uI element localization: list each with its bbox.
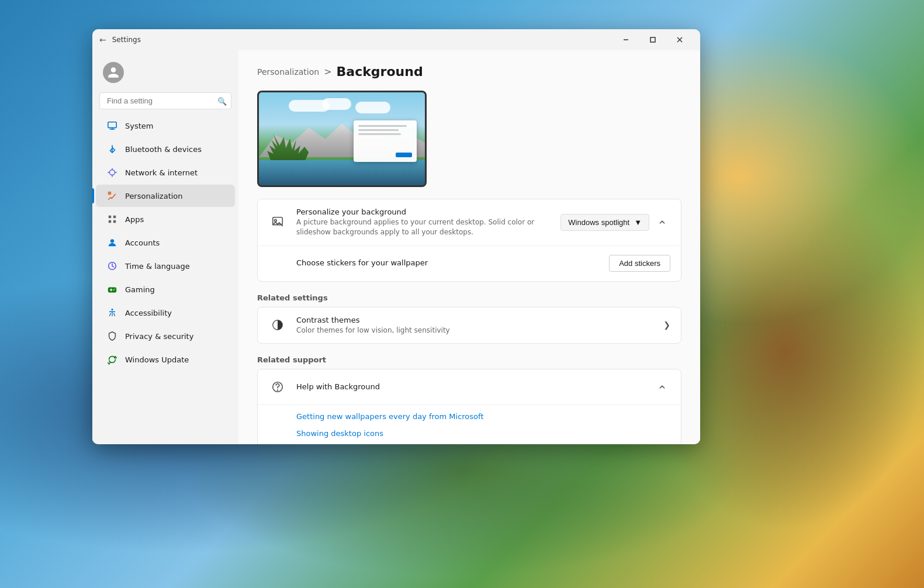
help-bg-collapse-button[interactable] bbox=[654, 379, 670, 395]
svg-point-15 bbox=[111, 309, 113, 310]
contrast-themes-title: Contrast themes bbox=[296, 316, 654, 324]
titlebar-title: Settings bbox=[112, 36, 141, 44]
window-body: 🔍 System Bluetooth & devices Network bbox=[92, 50, 700, 444]
sidebar-item-accessibility[interactable]: Accessibility bbox=[96, 302, 235, 324]
sidebar-item-bluetooth[interactable]: Bluetooth & devices bbox=[96, 138, 235, 160]
svg-point-17 bbox=[275, 220, 277, 222]
contrast-themes-control: ❯ bbox=[663, 320, 670, 330]
sidebar-item-privacy-label: Privacy & security bbox=[125, 332, 193, 341]
personalize-bg-collapse-button[interactable] bbox=[654, 214, 670, 230]
contrast-themes-row[interactable]: Contrast themes Color themes for low vis… bbox=[258, 307, 681, 344]
search-icon: 🔍 bbox=[217, 96, 227, 105]
network-icon bbox=[106, 167, 118, 178]
related-settings-card: Contrast themes Color themes for low vis… bbox=[257, 307, 681, 344]
bluetooth-icon bbox=[106, 143, 118, 155]
background-type-value: Windows spotlight bbox=[568, 218, 629, 227]
stickers-content: Choose stickers for your wallpaper bbox=[296, 258, 600, 268]
close-button[interactable] bbox=[666, 29, 693, 50]
minimize-button[interactable] bbox=[612, 29, 639, 50]
breadcrumb-parent[interactable]: Personalization bbox=[257, 67, 319, 77]
apps-icon bbox=[106, 213, 118, 225]
support-link-2[interactable]: Showing desktop icons bbox=[296, 427, 670, 440]
sidebar-item-update[interactable]: Windows Update bbox=[96, 348, 235, 371]
sidebar-item-personalization[interactable]: Personalization bbox=[96, 185, 235, 207]
cloud-2 bbox=[322, 98, 351, 110]
sidebar-item-network-label: Network & internet bbox=[125, 168, 198, 177]
support-link-3[interactable]: Finding new themes bbox=[296, 444, 670, 444]
avatar bbox=[103, 62, 124, 83]
sidebar-item-network[interactable]: Network & internet bbox=[96, 161, 235, 184]
svg-rect-9 bbox=[113, 220, 116, 223]
personalize-bg-desc: A picture background applies to your cur… bbox=[296, 217, 551, 237]
maximize-button[interactable] bbox=[639, 29, 666, 50]
preview-water bbox=[259, 160, 425, 185]
sidebar-item-time-label: Time & language bbox=[125, 262, 190, 271]
gaming-icon bbox=[106, 283, 118, 295]
cloud-3 bbox=[355, 102, 390, 113]
search-box: 🔍 bbox=[99, 92, 231, 109]
back-icon[interactable]: ← bbox=[99, 35, 106, 44]
background-type-dropdown[interactable]: Windows spotlight ▼ bbox=[560, 214, 649, 231]
sidebar: 🔍 System Bluetooth & devices Network bbox=[92, 50, 238, 444]
svg-rect-5 bbox=[108, 192, 111, 195]
dialog-button bbox=[396, 153, 412, 157]
svg-point-20 bbox=[278, 390, 278, 390]
svg-point-10 bbox=[110, 239, 114, 243]
sidebar-item-system[interactable]: System bbox=[96, 115, 235, 137]
time-icon bbox=[106, 260, 118, 272]
contrast-themes-content: Contrast themes Color themes for low vis… bbox=[296, 316, 654, 335]
sidebar-item-gaming-label: Gaming bbox=[125, 285, 155, 294]
sidebar-item-update-label: Windows Update bbox=[125, 355, 189, 364]
stickers-icon-spacer bbox=[268, 254, 287, 273]
accessibility-icon bbox=[106, 307, 118, 319]
svg-point-13 bbox=[113, 289, 115, 290]
breadcrumb-separator: > bbox=[324, 66, 331, 77]
preview-clouds bbox=[275, 97, 408, 116]
support-link-1[interactable]: Getting new wallpapers every day from Mi… bbox=[296, 410, 670, 423]
breadcrumb: Personalization > Background bbox=[257, 64, 681, 79]
monitor-icon bbox=[106, 120, 118, 132]
support-links: Getting new wallpapers every day from Mi… bbox=[258, 405, 681, 444]
help-bg-control bbox=[654, 379, 670, 395]
svg-rect-6 bbox=[109, 216, 112, 219]
sidebar-item-accounts[interactable]: Accounts bbox=[96, 231, 235, 254]
settings-window: ← Settings bbox=[92, 29, 700, 444]
personalize-bg-title: Personalize your background bbox=[296, 207, 551, 216]
personalize-bg-card: Personalize your background A picture ba… bbox=[257, 199, 681, 282]
add-stickers-button[interactable]: Add stickers bbox=[609, 255, 670, 272]
svg-rect-7 bbox=[113, 216, 116, 219]
sidebar-item-accounts-label: Accounts bbox=[125, 238, 160, 247]
sidebar-item-apps-label: Apps bbox=[125, 215, 144, 224]
wallpaper-preview bbox=[257, 91, 427, 187]
accounts-icon bbox=[106, 237, 118, 248]
preview-dialog bbox=[354, 120, 417, 162]
svg-rect-8 bbox=[109, 220, 112, 223]
titlebar-controls bbox=[612, 29, 693, 50]
sidebar-item-accessibility-label: Accessibility bbox=[125, 309, 172, 317]
personalize-bg-control: Windows spotlight ▼ bbox=[560, 214, 670, 231]
related-settings-title: Related settings bbox=[257, 293, 681, 302]
sidebar-item-system-label: System bbox=[125, 122, 153, 130]
sidebar-item-privacy[interactable]: Privacy & security bbox=[96, 325, 235, 347]
sidebar-item-apps[interactable]: Apps bbox=[96, 208, 235, 230]
stickers-row: Choose stickers for your wallpaper Add s… bbox=[258, 246, 681, 281]
personalize-bg-icon bbox=[268, 213, 287, 231]
search-input[interactable] bbox=[99, 92, 231, 109]
personalize-bg-content: Personalize your background A picture ba… bbox=[296, 207, 551, 237]
personalize-bg-row: Personalize your background A picture ba… bbox=[258, 199, 681, 246]
privacy-icon bbox=[106, 330, 118, 342]
dropdown-chevron-icon: ▼ bbox=[634, 218, 642, 227]
sidebar-item-time[interactable]: Time & language bbox=[96, 255, 235, 277]
stickers-control: Add stickers bbox=[609, 255, 670, 272]
related-support-title: Related support bbox=[257, 355, 681, 364]
stickers-title: Choose stickers for your wallpaper bbox=[296, 258, 600, 267]
help-bg-title: Help with Background bbox=[296, 382, 645, 391]
dialog-line-1 bbox=[358, 125, 407, 127]
user-avatar-section bbox=[92, 56, 238, 92]
titlebar-left: ← Settings bbox=[99, 35, 141, 44]
main-content: Personalization > Background bbox=[238, 50, 700, 444]
related-support-card: Help with Background Getting new wallpap… bbox=[257, 369, 681, 444]
help-bg-content: Help with Background bbox=[296, 382, 645, 392]
svg-rect-1 bbox=[650, 37, 655, 42]
sidebar-item-gaming[interactable]: Gaming bbox=[96, 278, 235, 300]
